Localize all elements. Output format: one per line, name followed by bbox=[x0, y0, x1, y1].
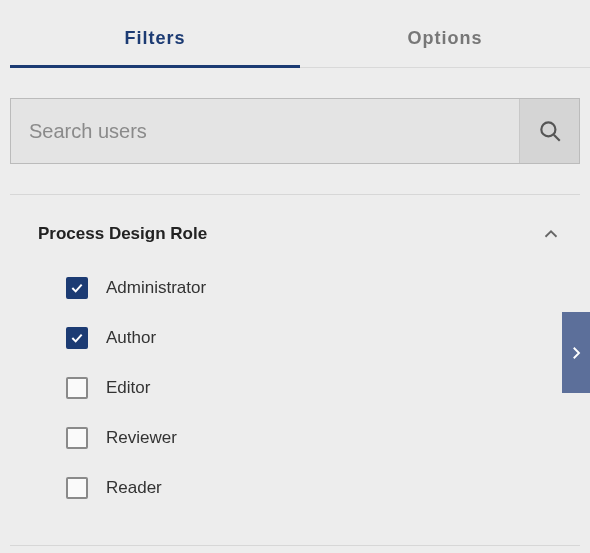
chevron-up-icon bbox=[540, 223, 562, 245]
option-reviewer[interactable]: Reviewer bbox=[66, 413, 580, 463]
svg-point-0 bbox=[541, 122, 555, 136]
option-label: Administrator bbox=[106, 278, 206, 298]
checkbox-icon bbox=[66, 427, 88, 449]
panel-toggle[interactable]: Process Design Role bbox=[10, 195, 580, 263]
panel-title: Process Design Role bbox=[38, 224, 207, 244]
search-button[interactable] bbox=[519, 99, 579, 163]
option-label: Editor bbox=[106, 378, 150, 398]
option-label: Author bbox=[106, 328, 156, 348]
chevron-right-icon bbox=[567, 344, 585, 362]
checkbox-icon bbox=[66, 327, 88, 349]
option-reader[interactable]: Reader bbox=[66, 463, 580, 513]
option-label: Reader bbox=[106, 478, 162, 498]
panel-process-design-role: Process Design Role Administrator Author… bbox=[10, 194, 580, 546]
checkbox-icon bbox=[66, 377, 88, 399]
tab-filters[interactable]: Filters bbox=[10, 0, 300, 68]
option-author[interactable]: Author bbox=[66, 313, 580, 363]
role-options: Administrator Author Editor Reviewer Rea… bbox=[10, 263, 580, 513]
search-input[interactable] bbox=[11, 99, 519, 163]
search-container bbox=[10, 98, 580, 164]
tab-bar: Filters Options bbox=[10, 0, 590, 68]
option-administrator[interactable]: Administrator bbox=[66, 263, 580, 313]
svg-line-1 bbox=[553, 135, 559, 141]
expand-handle[interactable] bbox=[562, 312, 590, 393]
search-icon bbox=[537, 118, 563, 144]
checkbox-icon bbox=[66, 277, 88, 299]
option-editor[interactable]: Editor bbox=[66, 363, 580, 413]
checkbox-icon bbox=[66, 477, 88, 499]
option-label: Reviewer bbox=[106, 428, 177, 448]
tab-options[interactable]: Options bbox=[300, 0, 590, 67]
